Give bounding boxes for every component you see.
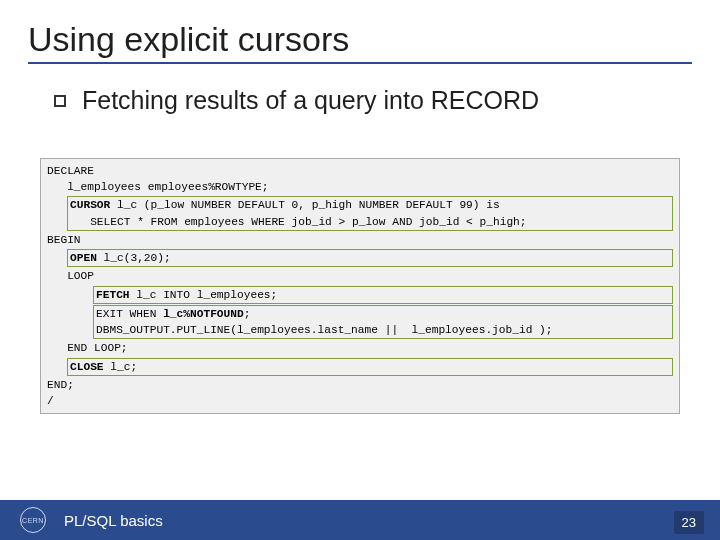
code-line: / xyxy=(41,393,679,409)
page-number: 23 xyxy=(674,511,704,534)
footer: CERN PL/SQL basics 23 xyxy=(0,500,720,540)
slide-title: Using explicit cursors xyxy=(28,20,349,59)
footer-text: PL/SQL basics xyxy=(64,512,163,529)
bullet-row: Fetching results of a query into RECORD xyxy=(54,86,539,115)
code-line: END LOOP; xyxy=(41,340,679,356)
title-underline xyxy=(28,62,692,64)
code-line: DECLARE xyxy=(41,163,679,179)
slide: Using explicit cursors Fetching results … xyxy=(0,0,720,540)
cern-logo-icon: CERN xyxy=(20,507,46,533)
code-block: DECLARE l_employees employees%ROWTYPE; C… xyxy=(40,158,680,414)
code-line-highlighted: OPEN l_c(3,20); xyxy=(67,249,673,267)
code-line-highlighted: FETCH l_c INTO l_employees; xyxy=(93,286,673,304)
code-line: END; xyxy=(41,377,679,393)
bullet-icon xyxy=(54,95,66,107)
code-line-highlighted: CURSOR l_c (p_low NUMBER DEFAULT 0, p_hi… xyxy=(67,196,673,230)
bullet-text: Fetching results of a query into RECORD xyxy=(82,86,539,115)
code-line: l_employees employees%ROWTYPE; xyxy=(41,179,679,195)
code-line-highlighted: CLOSE l_c; xyxy=(67,358,673,376)
code-line-highlighted: EXIT WHEN l_c%NOTFOUND;DBMS_OUTPUT.PUT_L… xyxy=(93,305,673,339)
code-line: LOOP xyxy=(41,268,679,284)
code-line: BEGIN xyxy=(41,232,679,248)
